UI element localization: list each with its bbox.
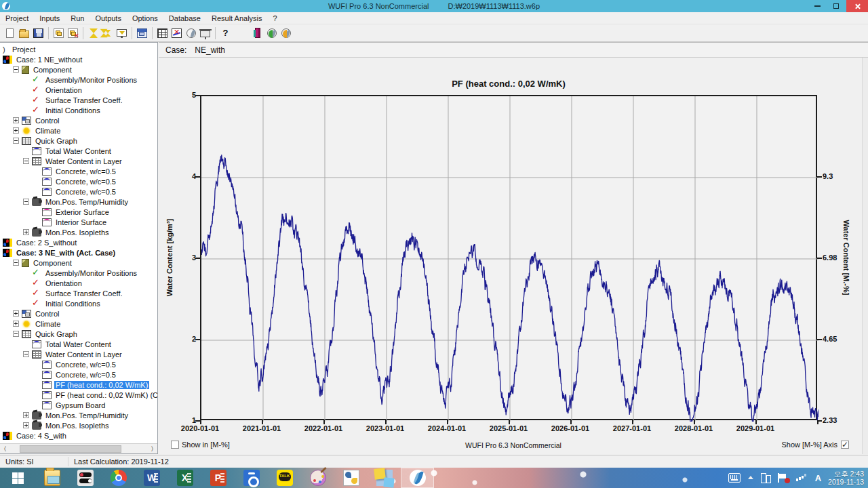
word-icon[interactable]: W [135, 468, 168, 488]
minimize-button[interactable] [808, 0, 826, 12]
tree-item-concrete-w-c-0-5[interactable]: Concrete, w/c=0.5 [0, 369, 157, 380]
tree-item-case-4-s-with[interactable]: Case: 4 S_with [0, 430, 157, 441]
hancom-office-icon[interactable] [235, 468, 268, 488]
file-explorer-icon[interactable] [35, 468, 68, 488]
expand-plus-icon[interactable] [13, 310, 19, 317]
tree-item-quick-graph[interactable]: Quick Graph [0, 329, 157, 339]
collapse-minus-icon[interactable] [23, 158, 29, 164]
tree-item-project[interactable]: Project [0, 44, 157, 54]
tree-item-pf-heat-cond-0-02-w-mk-cop[interactable]: PF (heat cond.: 0,02 W/mK) (Cop [0, 390, 157, 400]
collapse-minus-icon[interactable] [23, 199, 29, 205]
hidden-icons-chevron-icon[interactable] [747, 473, 754, 483]
material-database-icon[interactable] [251, 27, 264, 39]
collapse-minus-icon[interactable] [13, 331, 19, 337]
tree-item-orientation[interactable]: ✓Orientation [0, 278, 157, 288]
start-button[interactable] [0, 468, 35, 488]
tree-item-exterior-surface[interactable]: Exterior Surface [0, 207, 157, 217]
tree-item-concrete-w-c-0-5[interactable]: Concrete, w/c=0.5 [0, 176, 157, 186]
menu-item-result-analysis[interactable]: Result Analysis [206, 13, 268, 24]
toggle-app-icon[interactable] [68, 468, 102, 488]
run-calculation-icon[interactable] [87, 27, 100, 39]
tree-item-control[interactable]: Control [0, 115, 157, 125]
run-with-film-icon[interactable] [115, 27, 128, 39]
powerpoint-icon[interactable]: P [201, 468, 235, 488]
content-vertical-scrollbar[interactable] [862, 58, 868, 454]
scroll-right-arrow[interactable]: 〉 [147, 444, 157, 453]
save-project-icon[interactable] [32, 27, 45, 39]
title-bar[interactable]: WUFI Pro 6.3 NonCommercial D:₩2019₩1113₩… [0, 0, 868, 12]
expand-plus-icon[interactable] [23, 422, 29, 428]
tree-item-assembly-monitor-positions[interactable]: ✓Assembly/Monitor Positions [0, 75, 157, 85]
status-dialog-icon[interactable] [136, 27, 149, 39]
menu-item-outputs[interactable]: Outputs [90, 13, 127, 24]
touch-keyboard-icon[interactable] [728, 473, 741, 483]
restore-button[interactable] [827, 0, 845, 12]
tree-item-gypsum-board[interactable]: Gypsum Board [0, 400, 157, 410]
tree-item-total-water-content[interactable]: Total Water Content [0, 339, 157, 349]
tree-item-pf-heat-cond-0-02-w-mk[interactable]: PF (heat cond.: 0,02 W/mK) [0, 380, 157, 390]
tree-item-climate[interactable]: Climate [0, 319, 157, 329]
tree-item-water-content-in-layer[interactable]: Water Content in Layer [0, 349, 157, 359]
tree-item-total-water-content[interactable]: Total Water Content [0, 146, 157, 156]
tree-item-surface-transfer-coeff[interactable]: ✓Surface Transfer Coeff. [0, 288, 157, 298]
tree-item-orientation[interactable]: ✓Orientation [0, 85, 157, 95]
collapse-minus-icon[interactable] [13, 66, 19, 73]
taskbar-clock[interactable]: 오후 2:43 2019-11-13 [828, 470, 864, 486]
tree-horizontal-scrollbar[interactable]: 〈 〉 [0, 443, 157, 453]
excel-icon[interactable]: X [168, 468, 201, 488]
kakaotalk-icon[interactable] [268, 468, 301, 488]
delete-case-icon[interactable] [66, 27, 79, 39]
tree-item-mon-pos-temp-humidity[interactable]: Mon.Pos. Temp/Humidity [0, 197, 157, 207]
collapse-minus-icon[interactable] [23, 351, 29, 357]
tree-item-component[interactable]: Component [0, 258, 157, 268]
tree-item-interior-surface[interactable]: Interior Surface [0, 217, 157, 227]
tree-item-quick-graph[interactable]: Quick Graph [0, 136, 157, 146]
ime-language-indicator[interactable]: A [815, 473, 821, 483]
paint-icon[interactable] [301, 468, 334, 488]
menu-item-project[interactable]: Project [0, 13, 34, 24]
result-table-icon[interactable] [156, 27, 169, 39]
network-signal-icon[interactable] [796, 474, 808, 482]
wufi-graph-icon[interactable] [184, 27, 197, 39]
sticky-notes-icon[interactable] [368, 468, 401, 488]
close-button[interactable] [846, 0, 868, 12]
wufi-app-icon[interactable] [401, 468, 434, 488]
expand-plus-icon[interactable] [13, 117, 19, 123]
expand-plus-icon[interactable] [23, 412, 29, 418]
collapse-minus-icon[interactable] [13, 260, 19, 266]
tree-item-initial-conditions[interactable]: ✓Initial Conditions [0, 105, 157, 115]
wufi-plus-green-icon[interactable] [265, 27, 278, 39]
menu-item-inputs[interactable]: Inputs [34, 13, 65, 24]
open-project-icon[interactable] [18, 27, 31, 39]
expand-plus-icon[interactable] [13, 127, 19, 134]
tree-item-climate[interactable]: Climate [0, 125, 157, 136]
tree-item-concrete-w-c-0-5[interactable]: Concrete, w/c=0.5 [0, 359, 157, 369]
tree-item-assembly-monitor-positions[interactable]: ✓Assembly/Monitor Positions [0, 268, 157, 278]
action-center-flag-icon[interactable] [777, 473, 789, 483]
python-notebook-icon[interactable] [334, 468, 368, 488]
scroll-thumb[interactable] [20, 445, 121, 453]
expand-plus-icon[interactable] [23, 229, 29, 235]
tree-item-mon-pos-isopleths[interactable]: Mon.Pos. Isopleths [0, 227, 157, 237]
tree-item-control[interactable]: Control [0, 308, 157, 319]
tree-item-water-content-in-layer[interactable]: Water Content in Layer [0, 156, 157, 166]
tree-item-mon-pos-temp-humidity[interactable]: Mon.Pos. Temp/Humidity [0, 410, 157, 420]
collapse-minus-icon[interactable] [13, 138, 19, 144]
scroll-left-arrow[interactable]: 〈 [0, 444, 10, 453]
tree-item-surface-transfer-coeff[interactable]: ✓Surface Transfer Coeff. [0, 95, 157, 105]
tree-item-case-1-ne-without[interactable]: Case: 1 NE_without [0, 54, 157, 64]
help-icon[interactable]: ? [219, 27, 232, 39]
tree-item-initial-conditions[interactable]: ✓Initial Conditions [0, 298, 157, 308]
tree-item-case-3-ne-with-act-case[interactable]: Case: 3 NE_with (Act. Case) [0, 247, 157, 258]
run-all-cases-icon[interactable] [101, 27, 114, 39]
show-mpercent-axis-checkbox[interactable]: Show [M-%] Axis [781, 441, 849, 449]
tree-item-mon-pos-isopleths[interactable]: Mon.Pos. Isopleths [0, 420, 157, 430]
menu-item--[interactable]: ? [268, 13, 283, 24]
tree-item-component[interactable]: Component [0, 64, 157, 75]
expand-plus-icon[interactable] [13, 321, 19, 327]
copy-case-icon[interactable] [52, 27, 65, 39]
tree-item-case-2-s-without[interactable]: Case: 2 S_without [0, 237, 157, 247]
menu-item-options[interactable]: Options [127, 13, 163, 24]
device-icon[interactable] [761, 473, 770, 483]
menu-item-run[interactable]: Run [65, 13, 90, 24]
